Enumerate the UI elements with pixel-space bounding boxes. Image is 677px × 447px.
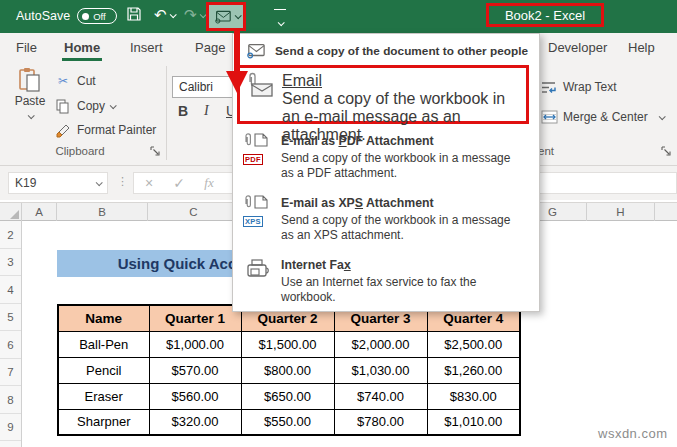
table-row: Sharpner $320.00 $550.00 $780.00 $1,010.…: [58, 409, 520, 435]
tab-developer[interactable]: Developer: [548, 33, 607, 61]
tab-home[interactable]: Home: [64, 33, 100, 61]
bold-button[interactable]: B: [178, 103, 188, 119]
cell[interactable]: $740.00: [334, 383, 427, 409]
chevron-down-icon: [27, 112, 34, 119]
cell[interactable]: $1,010.00: [427, 409, 520, 435]
format-painter-button[interactable]: Format Painter: [54, 122, 156, 138]
cell[interactable]: Ball-Pen: [58, 331, 149, 357]
column-header-h[interactable]: H: [587, 203, 655, 221]
merge-center-button[interactable]: Merge & Center: [540, 109, 664, 125]
share-dropdown-menu: Send a copy of the document to other peo…: [232, 33, 540, 312]
copy-button[interactable]: Copy: [54, 98, 115, 114]
cell[interactable]: $1,030.00: [334, 357, 427, 383]
tab-help[interactable]: Help: [628, 33, 655, 61]
paste-label: Paste: [8, 94, 52, 108]
menu-item-description: Use an Internet fax service to fax the w…: [281, 275, 513, 306]
undo-icon: ↶: [154, 6, 167, 24]
select-all-corner[interactable]: [0, 203, 22, 221]
menu-item-email-pdf[interactable]: PDF E-mail as PDF Attachment Send a copy…: [243, 131, 513, 182]
cell[interactable]: $830.00: [427, 383, 520, 409]
cell[interactable]: $1,260.00: [427, 357, 520, 383]
tab-file[interactable]: File: [16, 33, 37, 61]
window-title: Book2 - Excel: [486, 3, 604, 27]
save-button[interactable]: [126, 6, 142, 22]
menu-item-description: Send a copy of the workbook in a message…: [281, 213, 513, 244]
italic-button[interactable]: I: [204, 103, 209, 119]
chevron-down-icon: [96, 179, 103, 186]
row-header-6[interactable]: 6: [0, 331, 21, 359]
menu-item-title: E-mail as XPS Attachment: [281, 196, 434, 210]
annotation-arrow-shaft: [234, 31, 240, 73]
name-box-value: K19: [15, 176, 36, 190]
customize-quick-access-button[interactable]: [274, 9, 286, 30]
wrap-text-label: Wrap Text: [563, 80, 617, 94]
cell[interactable]: $1,000.00: [149, 331, 241, 357]
cell[interactable]: $320.00: [149, 409, 241, 435]
menu-header-text: Send a copy of the document to other peo…: [275, 44, 528, 58]
header-cell-q1[interactable]: Quarter 1: [149, 305, 241, 331]
cell[interactable]: $550.00: [241, 409, 334, 435]
row-header-5[interactable]: 5: [0, 304, 21, 331]
row-header-8[interactable]: 8: [0, 386, 21, 414]
cell[interactable]: $800.00: [241, 357, 334, 383]
table-row: Ball-Pen $1,000.00 $1,500.00 $2,000.00 $…: [58, 331, 520, 357]
wrap-text-button[interactable]: Wrap Text: [540, 79, 617, 95]
enter-icon[interactable]: ✓: [164, 175, 194, 191]
save-icon: [126, 6, 142, 22]
xps-badge: XPS: [243, 216, 263, 227]
group-divider: [166, 66, 167, 160]
pdf-badge: PDF: [243, 154, 263, 165]
menu-item-description: Send a copy of the workbook in a message…: [281, 151, 513, 182]
autosave-pill[interactable]: Off: [77, 8, 117, 24]
column-header-c[interactable]: C: [148, 203, 240, 221]
menu-header: Send a copy of the document to other peo…: [245, 39, 528, 63]
menu-item-title: Internet Fax: [281, 258, 351, 272]
menu-item-email-xps[interactable]: XPS E-mail as XPS Attachment Send a copy…: [243, 193, 513, 244]
cancel-icon[interactable]: ×: [134, 175, 164, 191]
format-painter-label: Format Painter: [77, 123, 156, 137]
undo-button[interactable]: ↶: [154, 6, 175, 24]
header-cell-name[interactable]: Name: [58, 305, 149, 331]
cell[interactable]: Eraser: [58, 383, 149, 409]
menu-item-internet-fax[interactable]: Internet Fax Use an Internet fax service…: [243, 255, 513, 306]
tab-page-layout[interactable]: Page: [195, 33, 225, 61]
row-header-3[interactable]: 3: [0, 249, 21, 276]
name-box[interactable]: K19: [8, 172, 108, 194]
column-header-b[interactable]: B: [57, 203, 148, 221]
formula-bar-resizer[interactable]: ⋮: [117, 175, 129, 188]
redo-button[interactable]: ↷: [184, 6, 205, 24]
send-email-icon: [213, 9, 233, 25]
copy-icon: [54, 98, 72, 114]
cell[interactable]: $560.00: [149, 383, 241, 409]
row-header-7[interactable]: 7: [0, 359, 21, 386]
table-row: Pencil $570.00 $800.00 $1,030.00 $1,260.…: [58, 357, 520, 383]
autosave-toggle[interactable]: AutoSave Off: [16, 8, 117, 24]
tab-insert[interactable]: Insert: [130, 33, 163, 61]
format-painter-icon: [54, 122, 72, 138]
cell[interactable]: $2,500.00: [427, 331, 520, 357]
email-attachment-icon: [246, 72, 274, 121]
column-header-a[interactable]: A: [22, 203, 57, 221]
copy-label: Copy: [77, 99, 105, 113]
email-quick-access-button[interactable]: [206, 2, 246, 31]
cell[interactable]: $2,000.00: [334, 331, 427, 357]
insert-function-icon[interactable]: fx: [194, 175, 224, 191]
paste-button[interactable]: Paste: [8, 67, 52, 122]
alignment-dialog-launcher[interactable]: [661, 146, 673, 158]
clipboard-group-label: Clipboard: [30, 145, 130, 157]
row-header-2[interactable]: 2: [0, 221, 21, 249]
cell[interactable]: $570.00: [149, 357, 241, 383]
fax-icon: [243, 255, 273, 306]
cell[interactable]: $1,500.00: [241, 331, 334, 357]
cell[interactable]: Pencil: [58, 357, 149, 383]
clipboard-dialog-launcher[interactable]: [150, 146, 162, 158]
row-header-4[interactable]: 4: [0, 276, 21, 304]
redo-icon: ↷: [184, 6, 197, 24]
cell[interactable]: $780.00: [334, 409, 427, 435]
menu-item-email[interactable]: Email Send a copy of the workbook in an …: [237, 65, 529, 124]
cut-button[interactable]: ✂ Cut: [54, 73, 96, 89]
font-name-value: Calibri: [179, 80, 213, 94]
cell[interactable]: Sharpner: [58, 409, 149, 435]
row-header-9[interactable]: 9: [0, 414, 21, 441]
cell[interactable]: $650.00: [241, 383, 334, 409]
